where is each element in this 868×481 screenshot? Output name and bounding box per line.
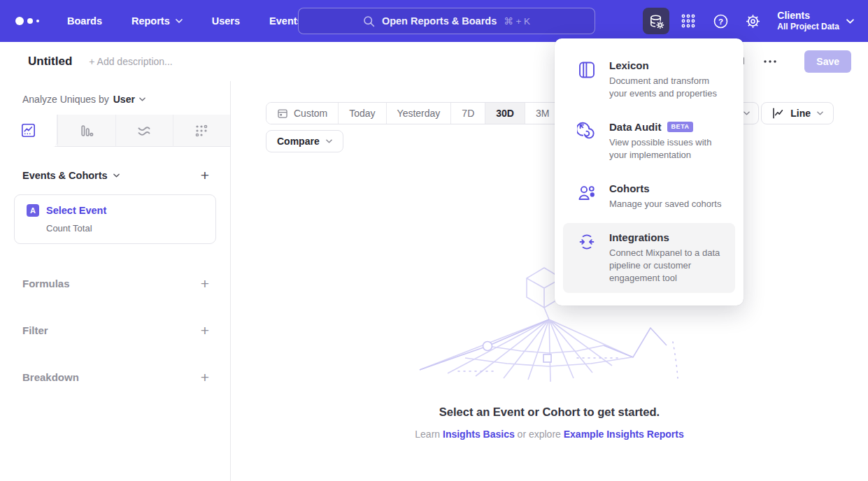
data-management-menu: Lexicon Document and transform your even… — [555, 38, 744, 306]
dots-grid-tab-icon — [194, 124, 208, 138]
search-placeholder: Open Reports & Boards — [382, 15, 497, 27]
empty-state-title: Select an Event or Cohort to get started… — [231, 405, 868, 419]
ellipsis-icon — [764, 60, 776, 63]
compare-dropdown[interactable]: Compare — [266, 130, 343, 152]
report-title[interactable]: Untitled — [28, 55, 72, 69]
menu-item-data-audit[interactable]: Data Audit BETA View possible issues wit… — [563, 113, 735, 170]
nav-item-reports[interactable]: Reports — [131, 15, 183, 27]
nav-item-label: Boards — [67, 15, 102, 27]
compare-label: Compare — [277, 136, 320, 147]
hint-text: or explore — [518, 429, 561, 440]
add-filter-button[interactable]: + — [201, 323, 209, 338]
gear-icon — [745, 13, 761, 29]
date-range-label: 30D — [496, 108, 514, 119]
chevron-down-icon — [744, 111, 750, 115]
date-range-custom[interactable]: Custom — [266, 103, 338, 124]
date-range-control: Custom Today Yesterday 7D 30D 3M 6M — [266, 102, 596, 124]
tab-insights-line[interactable] — [0, 115, 57, 147]
tab-metrics-grid[interactable] — [173, 115, 230, 146]
menu-item-lexicon[interactable]: Lexicon Document and transform your even… — [563, 51, 735, 108]
menu-item-description: Connect Mixpanel to a data pipeline or c… — [609, 247, 728, 285]
question-circle-icon: ? — [713, 13, 729, 29]
event-card[interactable]: A Select Event Count Total — [14, 194, 216, 244]
calendar-icon — [277, 108, 288, 119]
date-range-label: Custom — [294, 108, 327, 119]
menu-item-title: Data Audit — [609, 121, 661, 133]
more-options-button[interactable] — [764, 60, 776, 63]
events-cohorts-label: Events & Cohorts — [22, 170, 108, 181]
filter-section: Filter + — [0, 323, 230, 338]
chevron-down-icon — [326, 139, 332, 143]
breakdown-section: Breakdown + — [0, 370, 230, 385]
nav-item-label: Users — [212, 15, 240, 27]
line-chart-icon — [771, 107, 784, 120]
menu-item-description: View possible issues with your implement… — [609, 136, 728, 161]
date-range-yesterday[interactable]: Yesterday — [386, 103, 451, 124]
tab-flow-chart[interactable] — [115, 115, 173, 146]
date-range-label: 3M — [536, 108, 549, 119]
menu-item-title: Integrations — [609, 231, 669, 243]
add-breakdown-button[interactable]: + — [201, 370, 209, 385]
search-input[interactable]: Open Reports & Boards ⌘ + K — [298, 8, 595, 34]
chevron-down-icon — [817, 111, 823, 115]
formulas-section: Formulas + — [0, 276, 230, 291]
filter-label: Filter — [22, 324, 48, 336]
analyze-row: Analyze Uniques by User — [0, 81, 230, 115]
nav-item-users[interactable]: Users — [212, 15, 240, 27]
select-event-button[interactable]: Select Event — [46, 205, 106, 216]
analyze-value: User — [113, 94, 135, 105]
chevron-down-icon — [139, 97, 145, 101]
integrations-icon — [577, 231, 598, 252]
settings-button[interactable] — [739, 8, 766, 34]
project-selector[interactable]: Clients All Project Data — [777, 10, 858, 33]
cohorts-icon — [577, 182, 598, 203]
report-canvas: Custom Today Yesterday 7D 30D 3M 6M Comp… — [231, 81, 868, 481]
chevron-down-icon — [113, 173, 120, 178]
bar-chart-tab-icon — [80, 124, 94, 138]
nav-item-boards[interactable]: Boards — [67, 15, 102, 27]
nav-item-label: Reports — [131, 15, 170, 27]
add-formula-button[interactable]: + — [201, 276, 209, 291]
add-event-button[interactable]: + — [201, 168, 209, 182]
chevron-down-icon — [176, 19, 183, 23]
example-insights-reports-link[interactable]: Example Insights Reports — [564, 429, 684, 440]
formulas-label: Formulas — [22, 278, 70, 289]
app-window: Boards Reports Users Events Open Reports… — [0, 0, 868, 481]
event-count-type[interactable]: Count Total — [46, 223, 206, 234]
apps-grid-button[interactable] — [675, 8, 702, 34]
chart-type-label: Line — [790, 108, 811, 119]
analyze-label: Analyze Uniques by — [22, 94, 109, 105]
report-header-actions: Save — [732, 50, 851, 73]
add-description-field[interactable]: + Add description... — [89, 56, 172, 67]
beta-badge: BETA — [667, 122, 692, 132]
tab-bar-chart[interactable] — [57, 115, 115, 146]
help-button[interactable]: ? — [707, 8, 734, 34]
menu-item-description: Manage your saved cohorts — [609, 198, 721, 210]
menu-item-integrations[interactable]: Integrations Connect Mixpanel to a data … — [563, 223, 735, 293]
project-scope: All Project Data — [777, 22, 839, 32]
analyze-value-dropdown[interactable]: User — [113, 94, 145, 105]
chevron-down-icon — [846, 19, 854, 24]
chart-type-tabs — [0, 115, 230, 147]
date-range-today[interactable]: Today — [338, 103, 385, 124]
date-range-30d[interactable]: 30D — [485, 103, 525, 124]
lexicon-icon — [577, 59, 598, 80]
menu-item-cohorts[interactable]: Cohorts Manage your saved cohorts — [563, 174, 735, 219]
data-audit-icon — [577, 121, 598, 141]
event-letter-badge: A — [27, 204, 39, 217]
data-management-button[interactable] — [643, 8, 669, 34]
chart-type-dropdown[interactable]: Line — [761, 102, 834, 124]
insights-basics-link[interactable]: Insights Basics — [443, 429, 515, 440]
date-range-7d[interactable]: 7D — [450, 103, 485, 124]
breakdown-label: Breakdown — [22, 371, 79, 383]
flow-tab-icon — [136, 123, 152, 138]
events-cohorts-dropdown[interactable]: Events & Cohorts — [22, 170, 120, 181]
project-name: Clients — [777, 10, 839, 22]
events-cohorts-header: Events & Cohorts + — [0, 147, 230, 182]
search-icon — [363, 15, 375, 27]
line-chart-tab-icon — [21, 123, 36, 138]
save-button[interactable]: Save — [804, 50, 851, 73]
menu-item-title: Lexicon — [609, 59, 649, 71]
database-gear-icon — [648, 13, 664, 29]
mixpanel-logo-icon[interactable] — [15, 17, 46, 25]
